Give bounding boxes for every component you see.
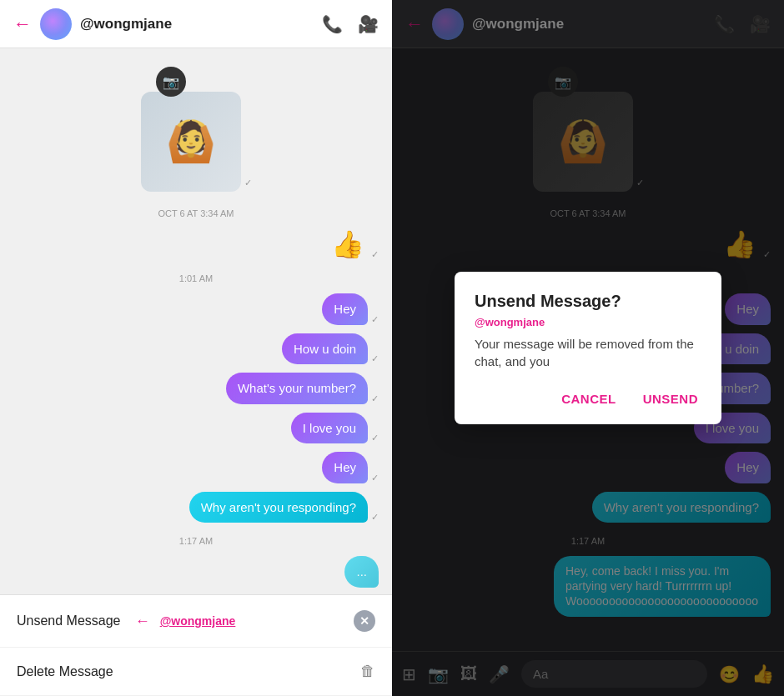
msg-partial-left: ... [13,556,379,588]
left-panel: ← @wongmjane 📞 🎥 📷 🙆 ✓ OCT 6 AT 3:34 AM … [0,0,392,696]
camera-icon-left: 📷 [156,67,186,97]
check-left: ✓ [244,178,252,188]
trash-icon: 🗑 [360,663,375,680]
delete-message-item[interactable]: Delete Message 🗑 [0,648,392,696]
unsend-button[interactable]: UNSEND [640,387,701,411]
timestamp1-left: OCT 6 AT 3:34 AM [13,208,379,218]
bubble-number-left: What's your number? [226,373,368,404]
unsend-dialog: Unsend Message? @wongmjane Your message … [455,272,721,424]
check7-left: ✓ [371,473,379,483]
close-icon-circle[interactable]: ✕ [354,610,375,632]
arrow-icon: ← [135,613,150,630]
unsend-message-label: Unsend Message [17,613,135,628]
bubble-love-left: I love you [291,413,368,444]
username-left: @wongmjane [80,16,314,33]
video-icon-left[interactable]: 🎥 [358,14,379,34]
msg-why-left: Why aren't you responding? ✓ [13,492,379,523]
msg-love-left: I love you ✓ [13,413,379,444]
sticker-area-left: 📷 🙆 ✓ [13,58,379,197]
dialog-body: Your message will be removed from the ch… [475,335,701,370]
unsend-message-item[interactable]: Unsend Message ← @wongmjane ✕ [0,595,392,648]
check2-left: ✓ [371,249,379,260]
msg-hey-left: Hey ✓ [13,293,379,325]
unsend-username: @wongmjane [160,614,236,628]
avatar-left [40,8,72,40]
top-icons-left: 📞 🎥 [322,14,379,34]
top-bar-left: ← @wongmjane 📞 🎥 [0,0,392,48]
thumb-row-left: 👍 ✓ [13,228,379,260]
call-icon-left[interactable]: 📞 [322,14,343,34]
check6-left: ✓ [371,433,379,443]
timestamp2-left: 1:01 AM [13,273,379,283]
dialog-overlay: Unsend Message? @wongmjane Your message … [392,0,784,696]
right-panel: ← @wongmjane 📞 🎥 📷 🙆 ✓ OCT 6 AT 3:34 AM … [392,0,784,696]
delete-message-label: Delete Message [17,664,360,679]
check4-left: ✓ [371,353,379,364]
check8-left: ✓ [371,512,379,523]
msg-hey2-left: Hey ✓ [13,452,379,483]
cancel-button[interactable]: CANCEL [558,387,620,411]
dialog-username: @wongmjane [475,316,701,328]
check5-left: ✓ [371,393,379,404]
bubble-doin-left: How u doin [282,333,368,365]
timestamp3-left: 1:17 AM [13,536,379,546]
msg-doin-left: How u doin ✓ [13,333,379,365]
dialog-title: Unsend Message? [475,292,701,311]
bubble-partial-left: ... [344,556,379,588]
bubble-hey2-left: Hey [322,452,368,483]
thumb-up-left: 👍 [331,228,364,260]
back-button-left[interactable]: ← [13,13,32,35]
bottom-sheet: Unsend Message ← @wongmjane ✕ Delete Mes… [0,594,392,696]
check3-left: ✓ [371,314,379,325]
bubble-hey-left: Hey [322,293,368,325]
dialog-actions: CANCEL UNSEND [475,387,701,411]
bubble-why-left: Why aren't you responding? [189,492,368,523]
msg-number-left: What's your number? ✓ [13,373,379,404]
chat-area-left: 📷 🙆 ✓ OCT 6 AT 3:34 AM 👍 ✓ 1:01 AM Hey ✓… [0,48,392,594]
